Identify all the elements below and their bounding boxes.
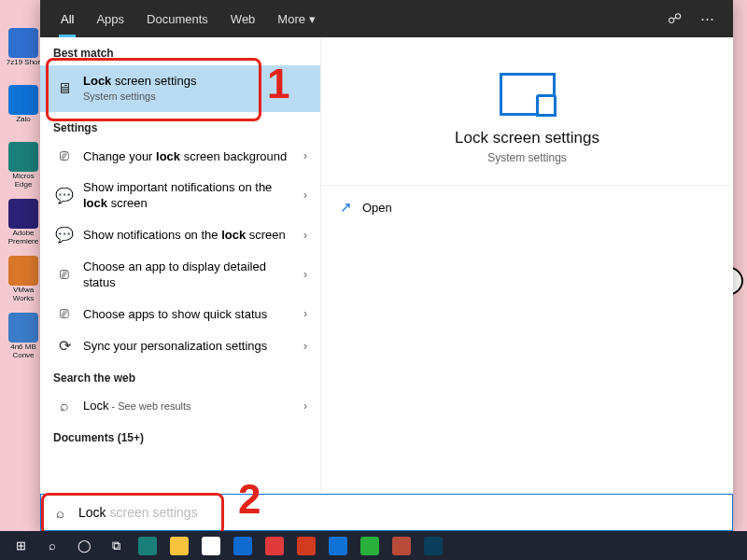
hero-subtitle: System settings (487, 151, 567, 164)
lock-screen-hero-icon (500, 73, 556, 116)
settings-result-5[interactable]: ⟳Sync your personalization settings› (40, 329, 320, 362)
desktop-icon-1[interactable]: Zalo (5, 85, 42, 136)
chevron-right-icon: › (303, 149, 313, 162)
taskbar-office[interactable] (291, 533, 321, 559)
feedback-icon[interactable]: ☍ (658, 10, 691, 27)
search-typed-text: Lock (78, 505, 106, 520)
taskbar-cortana[interactable]: ◯ (69, 533, 99, 559)
taskbar-zalo[interactable] (323, 533, 353, 559)
setting-icon: 💬 (53, 226, 76, 244)
setting-icon: ⎚ (53, 266, 76, 283)
group-best-match: Best match (40, 37, 320, 65)
desktop-icon-4[interactable]: VMwa Works (5, 256, 42, 307)
tab-web[interactable]: Web (219, 0, 267, 37)
search-tabs: All Apps Documents Web More ▾ ☍ ⋯ (40, 0, 733, 37)
taskbar-start[interactable]: ⊞ (6, 533, 35, 559)
setting-icon: 💬 (53, 187, 76, 204)
desktop-icon-2[interactable]: Micros Edge (5, 142, 42, 193)
taskbar-mail[interactable] (228, 533, 258, 559)
settings-result-4[interactable]: ⎚Choose apps to show quick status› (40, 298, 320, 329)
taskbar-chrome[interactable] (387, 533, 416, 559)
search-icon: ⌕ (41, 505, 78, 521)
open-action[interactable]: ↗ Open (321, 186, 733, 229)
tab-documents[interactable]: Documents (135, 0, 219, 37)
settings-result-0[interactable]: ⎚Change your lock screen background› (40, 140, 320, 172)
desktop-icon-0[interactable]: 7z19 Shor (5, 28, 42, 79)
taskbar-line[interactable] (355, 533, 385, 559)
settings-result-2[interactable]: 💬Show notifications on the lock screen› (40, 218, 320, 251)
tab-more[interactable]: More ▾ (266, 0, 326, 37)
settings-result-3[interactable]: ⎚Choose an app to display detailed statu… (40, 251, 320, 298)
group-documents: Documents (15+) (40, 422, 320, 450)
result-web-lock[interactable]: ⌕ Lock - See web results › (40, 390, 320, 422)
desktop-icon-3[interactable]: Adobe Premiere (5, 199, 42, 250)
taskbar-store[interactable] (196, 533, 226, 559)
search-icon: ⌕ (53, 398, 76, 414)
taskbar-explorer[interactable] (164, 533, 194, 559)
setting-icon: ⟳ (53, 337, 76, 355)
chevron-right-icon: › (303, 399, 313, 413)
chevron-right-icon: › (303, 229, 313, 242)
group-search-web: Search the web (40, 362, 320, 390)
taskbar-taskview[interactable]: ⧉ (101, 533, 131, 559)
hero-title: Lock screen settings (455, 129, 599, 147)
start-search-panel: All Apps Documents Web More ▾ ☍ ⋯ Best m… (40, 0, 733, 531)
search-bar[interactable]: ⌕ Lock screen settings (40, 494, 733, 531)
result-lock-screen-settings[interactable]: 🖥 Lock screen settings System settings (40, 65, 320, 112)
chevron-right-icon: › (303, 340, 313, 353)
taskbar-photoshop[interactable] (418, 533, 448, 559)
taskbar-search[interactable]: ⌕ (37, 533, 67, 559)
desktop-icon-5[interactable]: 4n6 MB Conve (5, 313, 42, 364)
chevron-right-icon: › (303, 268, 313, 281)
tab-apps[interactable]: Apps (85, 0, 135, 37)
more-options-icon[interactable]: ⋯ (691, 10, 724, 27)
search-suggestion-ghost: screen settings (106, 505, 198, 520)
results-list: Best match 🖥 Lock screen settings System… (40, 37, 321, 494)
tab-all[interactable]: All (49, 0, 85, 37)
setting-icon: ⎚ (53, 305, 76, 322)
open-icon: ↗ (340, 199, 362, 216)
chevron-right-icon: › (303, 307, 313, 320)
group-settings: Settings (40, 112, 320, 140)
taskbar: ⊞⌕◯⧉ (0, 531, 747, 560)
monitor-lock-icon: 🖥 (53, 80, 76, 97)
setting-icon: ⎚ (53, 147, 76, 164)
chevron-right-icon: › (303, 189, 313, 202)
settings-result-1[interactable]: 💬Show important notifications on the loc… (40, 172, 320, 218)
preview-pane: Lock screen settings System settings ↗ O… (321, 37, 733, 494)
taskbar-edge[interactable] (133, 533, 162, 559)
taskbar-gift[interactable] (260, 533, 289, 559)
